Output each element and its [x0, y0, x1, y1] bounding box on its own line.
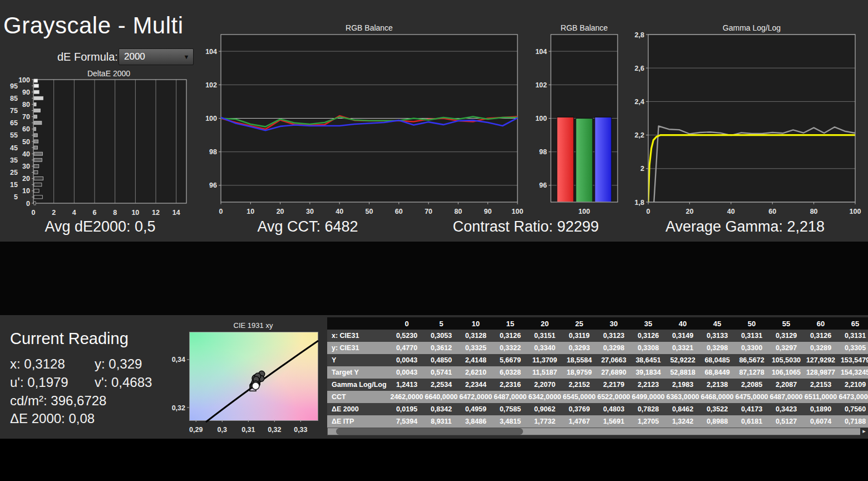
- table-cell: 0,6074: [803, 415, 838, 428]
- y-tick-label: 1,8: [635, 199, 644, 207]
- x-tick-label: 50: [366, 208, 373, 215]
- de-formula-label: dE Formula:: [57, 51, 118, 63]
- table-scrollbar-thumb[interactable]: [336, 428, 523, 435]
- table-cell: 2,2179: [596, 379, 631, 391]
- deltae-bar: [34, 96, 43, 100]
- table-cell: 0,3325: [458, 342, 493, 354]
- table-cell: 0,3297: [769, 342, 803, 354]
- table-cell: 38,6451: [631, 354, 665, 366]
- table-cell: 11,5187: [527, 366, 562, 379]
- x-tick-label: 20: [685, 208, 693, 215]
- y-tick-label: 2,4: [635, 98, 644, 106]
- stat-avg-de2000: Avg dE2000: 0,5: [17, 218, 184, 235]
- table-cell: 0,3128: [458, 330, 493, 342]
- y-tick-label: 70: [22, 113, 30, 121]
- y-tick-label: 80: [22, 101, 30, 109]
- table-cell: 106,1065: [769, 366, 803, 379]
- table-cell: 0,1890: [803, 403, 838, 415]
- table-cell: 6,0328: [493, 366, 527, 379]
- stat-avg-cct: Avg CCT: 6482: [224, 218, 391, 235]
- table-column-header: 65: [838, 317, 868, 330]
- y-tick-label: 0,34: [172, 356, 185, 364]
- y-tick-label: 85: [10, 95, 18, 102]
- table-cell: 0,3149: [665, 330, 700, 342]
- y-tick-label: 2,8: [635, 31, 644, 39]
- table-cell: 127,9292: [803, 354, 838, 366]
- table-cell: 39,1834: [631, 366, 665, 379]
- deltae-bar: [34, 146, 37, 149]
- table-cell: 0,3289: [803, 342, 838, 354]
- reading-u-prime: u': 0,1979: [10, 375, 68, 390]
- table-cell: 0,3769: [562, 403, 596, 415]
- table-scroll-right-icon[interactable]: ▶: [860, 428, 868, 435]
- deltae-bar: [34, 140, 38, 143]
- y-tick-label: 20: [22, 175, 30, 183]
- current-reading-marker: [252, 382, 259, 390]
- deltae-bar: [34, 189, 39, 193]
- table-cell: 2,2153: [803, 379, 838, 391]
- table-cell: 6511,0000: [803, 391, 838, 403]
- x-tick-label: 0,31: [241, 426, 255, 434]
- y-tick-label: 100: [205, 115, 217, 122]
- x-tick-label: 12: [152, 209, 160, 217]
- x-tick-label: 40: [727, 208, 735, 215]
- table-cell: 0,3298: [700, 342, 734, 354]
- table-cell: 2,2534: [424, 379, 458, 391]
- table-cell: 0,3340: [527, 342, 562, 354]
- y-tick-label: 50: [22, 138, 30, 146]
- table-cell: 6545,0000: [562, 391, 596, 403]
- table-cell: 3,8486: [458, 415, 493, 428]
- deltae-bar: [34, 158, 42, 161]
- x-tick-label: 6: [93, 209, 97, 217]
- table-cell: 27,0663: [596, 354, 631, 366]
- table-cell: 0,7188: [838, 415, 868, 428]
- y-tick-label: 10: [22, 187, 30, 195]
- table-cell: 0,9062: [527, 403, 562, 415]
- reading-de2000: ΔE 2000: 0,08: [10, 411, 95, 426]
- x-tick-label: 10: [131, 209, 139, 217]
- x-tick-label: 8: [113, 209, 117, 217]
- table-cell: 0,7828: [631, 403, 665, 415]
- table-cell: 0,3298: [596, 342, 631, 354]
- y-tick-label: 2,2: [635, 131, 644, 139]
- x-tick-label: 0,3: [218, 426, 227, 434]
- table-column-header: 10: [458, 317, 493, 330]
- table-row-label: ΔE 2000: [327, 403, 389, 415]
- y-tick-label: 104: [205, 48, 217, 56]
- x-tick-label: 80: [810, 208, 818, 215]
- table-cell: 1,2705: [631, 415, 665, 428]
- table-cell: 2,2123: [631, 379, 665, 391]
- deltae-bar: [34, 183, 42, 186]
- stat-average-gamma: Average Gamma: 2,218: [644, 218, 846, 235]
- x-tick-label: 80: [454, 208, 462, 215]
- table-cell: 0,3151: [527, 330, 562, 342]
- deltae-bar: [34, 134, 37, 137]
- y-tick-label: 98: [539, 148, 547, 156]
- y-tick-label: 102: [205, 81, 217, 89]
- x-tick-label: 2: [52, 209, 56, 217]
- table-cell: 0,0195: [389, 403, 424, 415]
- x-tick-label: 0,32: [268, 426, 281, 434]
- table-cell: 1,5691: [596, 415, 631, 428]
- table-cell: 11,3709: [527, 354, 562, 366]
- table-cell: 6363,0000: [665, 391, 700, 403]
- de-formula-select[interactable]: 2000 ▼: [119, 48, 194, 65]
- reading-luminance: cd/m²: 396,6728: [10, 393, 106, 409]
- table-cell: 8,9311: [424, 415, 458, 428]
- rgb-balance-line-chart: 96981001021040102030405060708090100: [198, 31, 523, 215]
- y-tick-label: 100: [18, 76, 30, 84]
- table-cell: 0,8342: [424, 403, 458, 415]
- reading-x: x: 0,3128: [10, 356, 65, 372]
- table-cell: 0,7585: [493, 403, 527, 415]
- stat-contrast-ratio: Contrast Ratio: 92299: [431, 218, 620, 235]
- table-cell: 0,4173: [734, 403, 769, 415]
- x-tick-label: 100: [579, 208, 590, 215]
- table-cell: 52,8818: [665, 366, 700, 379]
- table-cell: 2,2070: [527, 379, 562, 391]
- deltae-bar: [34, 195, 42, 199]
- table-column-header: 40: [665, 317, 700, 330]
- table-cell: 0,3308: [631, 342, 665, 354]
- deltae-chart: 0246810121405101520253035404550556065707…: [0, 77, 189, 217]
- table-cell: 0,3126: [803, 330, 838, 342]
- table-cell: 0,4850: [424, 354, 458, 366]
